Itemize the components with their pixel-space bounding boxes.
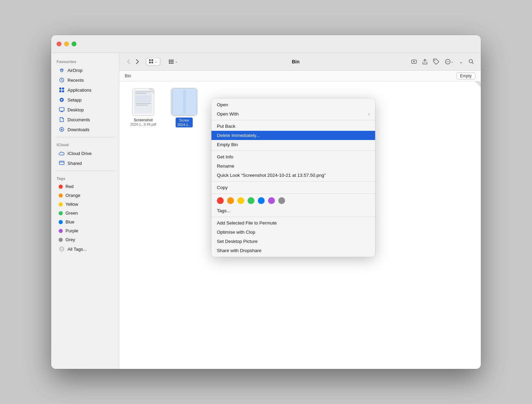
toolbar-actions: ⌄ ⌄ [410,57,475,66]
sidebar-item-setapp[interactable]: Setapp [53,95,117,105]
path-title: Bin [125,73,131,78]
empty-button[interactable]: Empty [456,73,475,79]
icloud-icon [59,150,65,156]
svg-rect-7 [59,108,64,111]
sidebar-item-desktop[interactable]: Desktop [53,105,117,114]
toolbar-title: Bin [186,59,406,64]
finder-window: Favourites AirDrop [51,35,481,369]
sort-button[interactable]: ⌄ [458,58,464,66]
yellow-tag-label: Yellow [65,202,78,207]
ctx-tag-orange[interactable] [227,197,234,204]
maximize-button[interactable] [72,42,76,46]
ctx-open-with[interactable]: Open With › [211,109,375,119]
file-area: ⌄ [119,53,481,369]
sidebar-item-shared[interactable]: Shared [53,158,117,168]
ctx-quick-look[interactable]: Quick Look “Screenshot 2024-10-21 at 13.… [211,171,375,180]
ctx-tag-green[interactable] [248,197,254,204]
icon-view-button[interactable]: ⌄ [147,58,160,65]
sidebar-item-red[interactable]: Red [53,182,117,191]
svg-rect-14 [149,59,151,61]
ctx-empty-bin[interactable]: Empty Bin [211,140,375,149]
sidebar-item-icloud-drive[interactable]: iCloud Drive [53,149,117,158]
ctx-add-permute[interactable]: Add Selected File to Permute [211,218,375,228]
red-tag-dot [59,185,63,189]
svg-rect-25 [171,63,172,64]
ctx-open[interactable]: Open [211,100,375,109]
ctx-sep-5 [211,217,375,217]
ctx-tag-blue[interactable] [258,197,265,204]
desktop-icon [59,107,65,113]
add-button[interactable] [410,58,418,66]
sidebar-item-downloads[interactable]: Downloads [53,125,117,134]
ctx-copy[interactable]: Copy [211,183,375,192]
ctx-delete-immediately[interactable]: Delete Immediately... [211,131,375,140]
search-button[interactable] [467,58,475,66]
file-item-screenshot-png[interactable]: Scree 2024-1... [167,88,201,127]
share-button[interactable] [421,57,429,66]
svg-rect-19 [171,60,172,61]
ctx-put-back[interactable]: Put Back [211,122,375,131]
yellow-tag-dot [59,202,63,206]
recents-icon [59,77,65,83]
sidebar-item-yellow[interactable]: Yellow [53,200,117,208]
file-icon-wrapper-pdf [130,88,157,115]
sidebar-item-orange[interactable]: Orange [53,191,117,200]
purple-tag-label: Purple [65,228,78,233]
svg-point-11 [60,249,61,249]
purple-tag-dot [59,229,63,233]
sidebar-item-green[interactable]: Green [53,209,117,217]
ctx-share-dropshare[interactable]: Share with Dropshare [211,246,375,255]
svg-rect-15 [151,59,153,61]
green-tag-dot [59,211,63,215]
ctx-open-with-chevron: › [368,112,370,116]
file-grid: Screenshot 2024-1...9.49.pdf [119,81,481,369]
ctx-tag-red[interactable] [217,197,224,204]
svg-point-12 [61,249,62,249]
svg-rect-23 [172,61,174,62]
airdrop-icon [59,67,65,73]
ctx-tag-grey[interactable] [278,197,285,204]
ctx-tag-purple[interactable] [268,197,275,204]
svg-rect-3 [62,88,64,90]
traffic-lights [57,42,76,46]
sidebar-item-applications[interactable]: Applications [53,85,117,95]
red-tag-label: Red [65,184,74,189]
ctx-optimise-clop[interactable]: Optimise with Clop [211,228,375,237]
airdrop-label: AirDrop [68,68,83,73]
sidebar-item-documents[interactable]: Documents [53,115,117,124]
sidebar-item-purple[interactable]: Purple [53,227,117,235]
ctx-set-desktop[interactable]: Set Desktop Picture [211,237,375,246]
file-item-screenshot-pdf[interactable]: Screenshot 2024-1...9.49.pdf [126,88,160,127]
ctx-get-info[interactable]: Get Info [211,152,375,161]
applications-icon [59,87,65,93]
svg-rect-21 [169,61,170,62]
svg-rect-20 [172,60,174,61]
ctx-tags[interactable]: Tags... [211,206,375,215]
group-view-button[interactable]: ⌄ [166,59,180,65]
tag-button[interactable] [432,57,441,66]
close-button[interactable] [57,42,61,46]
svg-rect-5 [62,90,64,92]
more-button[interactable]: ⌄ [443,57,455,66]
ctx-sep-1 [211,120,375,120]
minimize-button[interactable] [64,42,69,46]
sidebar-item-recents[interactable]: Recents [53,75,117,85]
ctx-tag-yellow[interactable] [237,197,244,204]
ctx-rename[interactable]: Rename [211,161,375,171]
svg-rect-18 [169,60,170,61]
path-bar: Bin Empty [119,71,481,81]
shared-label: Shared [68,161,82,166]
forward-button[interactable] [134,58,141,66]
png-preview [172,88,196,115]
tags-label: Tags [51,174,119,182]
back-button[interactable] [125,58,132,66]
sidebar-item-all-tags[interactable]: All Tags... [53,244,117,254]
toolbar: ⌄ [119,53,481,71]
sidebar-item-grey[interactable]: Grey [53,235,117,244]
view-toggle: ⌄ [145,58,161,66]
file-icon-wrapper-png [171,88,198,115]
svg-rect-2 [59,88,61,90]
sidebar-item-airdrop[interactable]: AirDrop [53,65,117,75]
sidebar-item-blue[interactable]: Blue [53,218,117,226]
documents-label: Documents [68,117,90,122]
